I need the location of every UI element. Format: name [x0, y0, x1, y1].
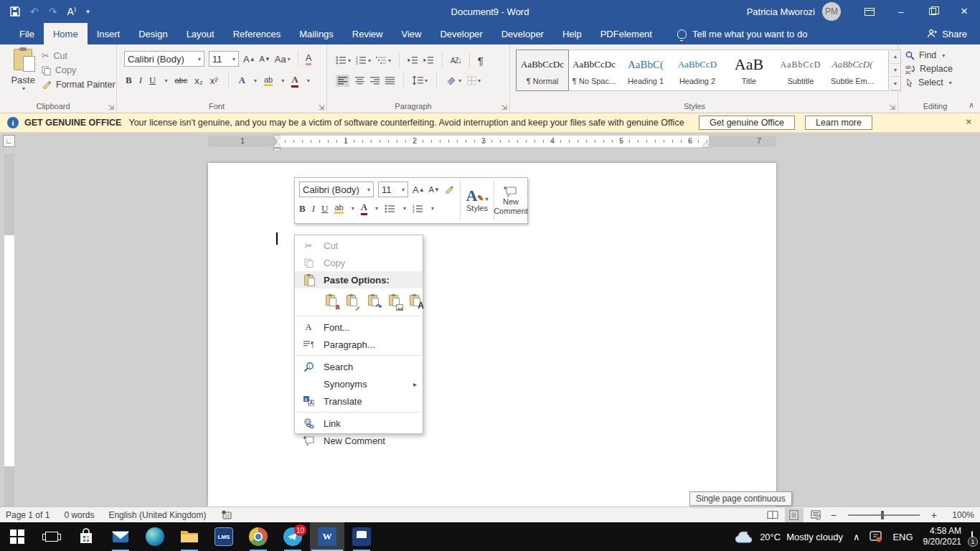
format-painter-button[interactable]: Format Painter — [42, 80, 116, 90]
tab-file[interactable]: File — [10, 23, 44, 44]
lms-app-button[interactable]: LMS — [207, 522, 241, 551]
menu-item-translate[interactable]: a Translate — [295, 392, 423, 410]
tab-help[interactable]: Help — [553, 23, 591, 44]
tab-insert[interactable]: Insert — [88, 23, 130, 44]
redo-icon[interactable]: ↷ — [49, 6, 57, 17]
mini-styles-button[interactable]: A✎▾ Styles — [461, 178, 494, 223]
action-center-button[interactable]: 1 — [971, 532, 973, 542]
page-count[interactable]: Page 1 of 1 — [6, 510, 50, 520]
task-view-button[interactable] — [34, 522, 69, 551]
paste-merge-formatting-button[interactable] — [343, 291, 359, 309]
hanging-indent-marker[interactable] — [273, 142, 281, 147]
vertical-ruler[interactable] — [4, 154, 14, 507]
tab-developer-2[interactable]: Developer — [492, 23, 553, 44]
mini-bold-button[interactable]: B — [299, 203, 306, 215]
first-line-indent-marker[interactable] — [273, 136, 281, 141]
tray-chevron-icon[interactable]: ∧ — [853, 532, 860, 542]
menu-item-font[interactable]: A Font... — [295, 319, 423, 336]
menu-item-new-comment[interactable]: New Comment — [295, 432, 423, 449]
clock[interactable]: 4:58 AM 9/20/2021 — [923, 526, 961, 547]
paste-picture-button[interactable] — [385, 291, 401, 309]
sort-button[interactable]: AZ↓ — [451, 57, 461, 65]
microsoft-store-button[interactable] — [69, 522, 103, 551]
tab-pdfelement[interactable]: PDFelement — [591, 23, 661, 44]
menu-item-search[interactable]: i Search — [295, 358, 423, 375]
language-indicator[interactable]: ENG — [892, 532, 913, 542]
style-subtitle[interactable]: AaBbCcDSubtitle — [775, 50, 826, 90]
zoom-slider-thumb[interactable] — [881, 511, 884, 519]
mail-button[interactable] — [103, 522, 138, 551]
macro-record-icon[interactable] — [221, 510, 232, 519]
font-size-combo[interactable]: 11▾ — [209, 51, 239, 67]
font-name-combo[interactable]: Calibri (Body)▾ — [124, 51, 204, 67]
save-icon[interactable] — [10, 6, 20, 17]
tray-app-icon[interactable] — [870, 531, 882, 542]
style-heading-1[interactable]: AaBbC(Heading 1 — [620, 50, 672, 90]
change-case-button[interactable]: Aa▾ — [275, 54, 291, 65]
underline-dropdown-icon[interactable]: ▾ — [164, 77, 167, 84]
multilevel-list-button[interactable]: ▾ — [376, 56, 391, 65]
tab-references[interactable]: References — [224, 23, 290, 44]
read-aloud-icon[interactable]: A⁾ — [67, 6, 76, 17]
mini-format-painter-icon[interactable] — [444, 185, 454, 194]
mini-numbering-button[interactable]: 123 — [413, 204, 423, 213]
align-left-button[interactable] — [336, 75, 349, 87]
account-name[interactable]: Patricia Mworozi — [747, 6, 815, 17]
style-normal[interactable]: AaBbCcDc¶ Normal — [517, 50, 568, 90]
align-center-button[interactable] — [355, 77, 364, 85]
undo-icon[interactable]: ↶ — [30, 6, 39, 17]
tab-developer-1[interactable]: Developer — [430, 23, 491, 44]
notice-close-icon[interactable]: × — [961, 116, 976, 127]
underline-button[interactable]: U — [149, 75, 156, 86]
learn-more-button[interactable]: Learn more — [805, 116, 872, 130]
customize-qat-icon[interactable]: ▾ — [86, 8, 90, 15]
word-taskbar-button[interactable]: W — [310, 522, 344, 551]
horizontal-ruler[interactable]: 1 1 2 3 4 5 6 7 — [208, 136, 776, 147]
replace-button[interactable]: abac Replace — [905, 64, 953, 74]
menu-item-synonyms[interactable]: Synonyms ▸ — [295, 375, 423, 392]
mini-font-size-combo[interactable]: 11▾ — [378, 182, 408, 197]
font-dialog-launcher[interactable]: ⇲ — [319, 103, 324, 111]
pdfelement-button[interactable] — [344, 522, 379, 551]
menu-item-link[interactable]: Link — [295, 415, 423, 432]
align-right-button[interactable] — [370, 77, 380, 85]
file-explorer-button[interactable] — [172, 522, 207, 551]
chrome-button[interactable] — [241, 522, 275, 551]
style-no-spacing[interactable]: AaBbCcDc¶ No Spac... — [568, 50, 620, 90]
close-button[interactable]: × — [948, 0, 980, 23]
grow-font-button[interactable]: A▲ — [243, 54, 255, 65]
word-count[interactable]: 0 words — [64, 510, 94, 520]
telegram-button[interactable]: 10 — [275, 522, 310, 551]
ribbon-display-options-button[interactable] — [854, 0, 885, 23]
numbering-button[interactable]: 123▾ — [356, 56, 371, 65]
mini-new-comment-button[interactable]: New Comment — [494, 178, 527, 223]
style-subtle-emphasis[interactable]: AaBbCcD(Subtle Em... — [826, 50, 878, 90]
web-layout-button[interactable] — [806, 508, 825, 522]
shrink-font-button[interactable]: A▼ — [260, 55, 270, 63]
tell-me-box[interactable]: Tell me what you want to do — [677, 29, 807, 39]
clipboard-dialog-launcher[interactable]: ⇲ — [108, 103, 114, 111]
text-effects-button[interactable]: A — [239, 75, 245, 86]
zoom-slider[interactable] — [848, 514, 920, 516]
share-button[interactable]: Share — [927, 29, 967, 39]
read-mode-button[interactable] — [763, 508, 782, 522]
tab-home[interactable]: Home — [44, 23, 88, 44]
collapse-ribbon-icon[interactable]: ∧ — [969, 100, 974, 110]
paste-use-destination-styles-button[interactable]: ↷ — [364, 291, 380, 309]
style-heading-2[interactable]: AaBbCcDHeading 2 — [672, 50, 723, 90]
superscript-button[interactable]: x² — [210, 75, 218, 86]
get-genuine-office-button[interactable]: Get genuine Office — [699, 116, 795, 130]
find-button[interactable]: Find▾ — [905, 50, 953, 60]
mini-italic-button[interactable]: I — [312, 203, 315, 215]
decrease-indent-button[interactable] — [407, 56, 418, 65]
italic-button[interactable]: I — [139, 75, 142, 86]
right-indent-marker[interactable] — [702, 142, 710, 147]
highlight-color-button[interactable]: ab — [264, 75, 273, 86]
tab-selector-button[interactable]: ∟ — [3, 135, 15, 147]
tab-layout[interactable]: Layout — [177, 23, 224, 44]
restore-button[interactable] — [917, 0, 948, 23]
select-button[interactable]: Select▾ — [905, 77, 953, 88]
tab-design[interactable]: Design — [129, 23, 176, 44]
minimize-button[interactable]: – — [885, 0, 917, 23]
subscript-button[interactable]: x₂ — [194, 75, 203, 86]
